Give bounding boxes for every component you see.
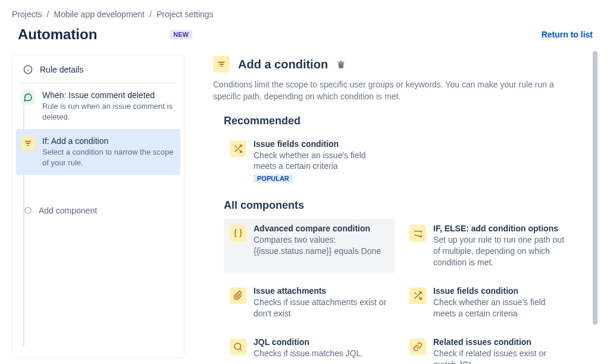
svg-line-16	[240, 349, 242, 350]
recommended-heading: Recommended	[224, 115, 575, 127]
main-description: Conditions limit the scope to specific u…	[213, 79, 575, 103]
attachment-icon	[230, 287, 246, 304]
card-title: IF, ELSE: add condition options	[433, 224, 569, 233]
filter-icon	[213, 56, 230, 73]
svg-line-11	[235, 145, 237, 147]
card-desc: Set up your rule to run one path out of …	[433, 234, 569, 268]
component-card-issue-attachments[interactable]: Issue attachments Checks if issue attach…	[224, 281, 395, 324]
condition-title: If: Add a condition	[42, 136, 176, 146]
component-card-jql[interactable]: JQL condition Checks if issue matches JQ…	[224, 332, 395, 364]
condition-item[interactable]: If: Add a condition Select a condition t…	[16, 129, 180, 175]
link-icon	[409, 338, 426, 355]
main-title: Add a condition	[238, 58, 328, 71]
svg-point-15	[234, 343, 241, 350]
component-card-related-issues[interactable]: Related issues condition Check if relate…	[403, 332, 575, 364]
page-title: Automation	[18, 26, 97, 43]
card-title: Related issues condition	[433, 337, 569, 347]
component-card-if-else[interactable]: IF, ELSE: add condition options Set up y…	[403, 219, 575, 273]
rule-details-row[interactable]: Rule details	[16, 59, 180, 80]
add-circle-icon	[24, 207, 32, 214]
breadcrumb: Projects / Mobile app development / Proj…	[12, 10, 593, 19]
card-desc: Check whether an issue's field meets a c…	[254, 150, 373, 172]
all-components-heading: All components	[224, 199, 575, 212]
card-desc: Compares two values: {{issue.status.name…	[254, 234, 389, 257]
component-card-advanced-compare[interactable]: Advanced compare condition Compares two …	[224, 219, 395, 273]
breadcrumb-projects[interactable]: Projects	[12, 10, 42, 19]
card-desc: Checks if issue attachments exist or don…	[254, 297, 389, 319]
card-desc: Checks if issue matches JQL.	[254, 348, 363, 359]
card-title: Issue fields condition	[254, 139, 373, 149]
card-title: Issue attachments	[254, 286, 389, 296]
comment-deleted-icon	[21, 90, 35, 105]
new-badge: NEW	[170, 30, 192, 39]
rule-details-label: Rule details	[40, 65, 83, 74]
breadcrumb-separator: /	[47, 10, 49, 19]
branch-icon	[409, 225, 426, 241]
filter-icon	[21, 136, 35, 150]
breadcrumb-app[interactable]: Mobile app development	[54, 10, 145, 19]
breadcrumb-settings[interactable]: Project settings	[157, 10, 214, 19]
add-component-button[interactable]: Add component	[16, 199, 180, 222]
scrollbar-thumb[interactable]	[593, 51, 597, 325]
trigger-title: When: Issue comment deleted	[42, 90, 176, 100]
scrollbar[interactable]	[593, 51, 597, 340]
braces-icon	[230, 225, 246, 241]
component-card-issue-fields[interactable]: Issue fields condition Check whether an …	[403, 281, 575, 324]
svg-line-14	[415, 293, 417, 294]
trash-icon[interactable]	[336, 59, 346, 69]
card-title: Advanced compare condition	[254, 224, 389, 233]
main-panel: Add a condition Conditions limit the sco…	[213, 55, 593, 364]
trigger-item[interactable]: When: Issue comment deleted Rule is run …	[16, 83, 180, 129]
rule-sidebar: Rule details When: Issue comment deleted…	[12, 55, 184, 358]
shuffle-icon	[230, 140, 246, 157]
return-to-list-link[interactable]: Return to list	[542, 30, 593, 39]
card-title: JQL condition	[254, 337, 363, 347]
breadcrumb-separator: /	[149, 10, 152, 19]
shuffle-icon	[409, 287, 426, 304]
recommended-card-issue-fields[interactable]: Issue fields condition Check whether an …	[224, 134, 378, 188]
card-desc: Check if related issues exist or match J…	[433, 348, 569, 364]
add-component-label: Add component	[39, 206, 97, 215]
popular-badge: POPULAR	[254, 174, 293, 183]
card-title: Issue fields condition	[433, 286, 569, 296]
card-desc: Check whether an issue's field meets a c…	[433, 297, 569, 319]
trigger-desc: Rule is run when an issue comment is del…	[42, 101, 176, 122]
search-icon	[230, 338, 246, 355]
condition-desc: Select a condition to narrow the scope o…	[42, 147, 176, 168]
info-icon	[23, 65, 33, 74]
